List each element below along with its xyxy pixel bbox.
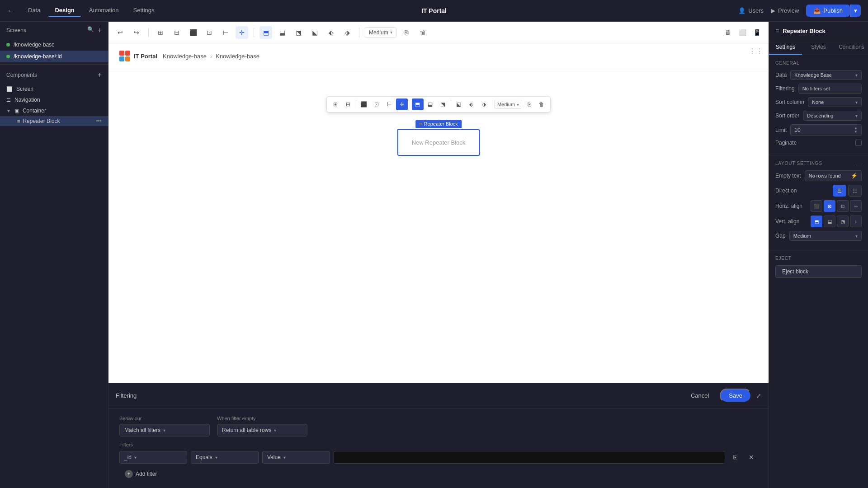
collapse-button[interactable]: —: [856, 162, 862, 169]
ft-align-btn-2[interactable]: ⬓: [425, 99, 436, 110]
mobile-view-btn[interactable]: 📱: [750, 26, 763, 39]
valign-stretch-btn[interactable]: ↕: [850, 216, 862, 227]
filter-value-input[interactable]: [334, 451, 725, 464]
behaviour-select[interactable]: Match all filters ▾: [119, 424, 210, 436]
align-btn-2[interactable]: ⬓: [276, 26, 288, 39]
component-screen[interactable]: ⬜ Screen: [0, 84, 108, 94]
align-btn-5[interactable]: ⬖: [325, 26, 337, 39]
align-btn-1[interactable]: ⬒: [259, 26, 272, 39]
add-screen-button[interactable]: +: [98, 26, 102, 34]
align-btn-6[interactable]: ⬗: [341, 26, 354, 39]
align-btn-4[interactable]: ⬕: [308, 26, 321, 39]
empty-text-input[interactable]: No rows found ⚡: [805, 170, 862, 181]
cancel-button[interactable]: Cancel: [684, 389, 715, 402]
eject-button[interactable]: Eject block: [775, 265, 862, 278]
gap-select[interactable]: Medium ▾: [789, 231, 862, 241]
add-filter-button[interactable]: + Add filter: [119, 467, 758, 481]
valign-bot-btn[interactable]: ⬔: [837, 216, 849, 227]
layout-btn-2[interactable]: ⊟: [170, 26, 183, 39]
align-stretch-btn[interactable]: ⇿: [850, 200, 862, 212]
nav-actions: 👤 Users ▶ Preview 📤 Publish ▾: [738, 5, 861, 17]
ft-copy-btn[interactable]: ⎘: [523, 99, 535, 110]
layout-btn-5[interactable]: ⊢: [219, 26, 232, 39]
tab-design[interactable]: Design: [48, 4, 80, 17]
copy-filter-icon[interactable]: ⎘: [729, 451, 741, 464]
ft-btn-6[interactable]: ✛: [396, 99, 408, 110]
back-button[interactable]: ←: [7, 7, 14, 15]
layout-settings-section: LAYOUT SETTINGS — Empty text No rows fou…: [769, 155, 868, 250]
sort-column-select[interactable]: None ▾: [808, 97, 862, 107]
component-navigation[interactable]: ☰ Navigation: [0, 94, 108, 105]
navigation-icon: ☰: [6, 97, 11, 103]
align-right-btn[interactable]: ⊡: [837, 200, 849, 212]
ft-align-btn-6[interactable]: ⬗: [478, 99, 490, 110]
component-container[interactable]: ▼ ▣ Container: [0, 105, 108, 116]
decrement-button[interactable]: ▼: [854, 130, 858, 134]
filtering-select[interactable]: No filters set: [798, 84, 862, 94]
when-filter-empty-select[interactable]: Return all table rows ▾: [217, 424, 307, 436]
publish-button[interactable]: 📤 Publish: [806, 5, 850, 17]
search-icon[interactable]: 🔍: [87, 26, 94, 34]
sort-order-prop-row: Sort order Descending ▾: [775, 111, 862, 121]
desktop-view-btn[interactable]: 🖥: [722, 26, 734, 39]
sort-order-select[interactable]: Descending ▾: [803, 111, 862, 121]
valign-mid-btn[interactable]: ⬓: [824, 216, 835, 227]
tab-automation[interactable]: Automation: [83, 4, 125, 17]
ft-size-select[interactable]: Medium ▾: [494, 100, 522, 109]
filter-field-select[interactable]: _id ▾: [119, 451, 187, 464]
direction-col-btn[interactable]: ☷: [848, 185, 862, 197]
ft-align-btn-1[interactable]: ⬒: [412, 99, 424, 110]
expand-button[interactable]: ⤢: [756, 392, 761, 399]
align-btn-3[interactable]: ⬔: [292, 26, 305, 39]
remove-filter-icon[interactable]: ✕: [745, 451, 758, 464]
ft-delete-btn[interactable]: 🗑: [536, 99, 547, 110]
more-options-icon[interactable]: •••: [96, 118, 102, 124]
copy-btn[interactable]: ⎘: [400, 26, 413, 39]
component-repeater-block[interactable]: ≡ Repeater Block •••: [0, 116, 108, 126]
ft-align-btn-3[interactable]: ⬔: [437, 99, 449, 110]
sidebar-item-knowledge-base-id[interactable]: /knowledge-base/:id: [0, 51, 108, 62]
repeater-block-content[interactable]: New Repeater Block: [397, 129, 480, 156]
layout-btn-3[interactable]: ⬛: [187, 26, 199, 39]
filter-type-select[interactable]: Value ▾: [262, 451, 330, 464]
undo-button[interactable]: ↩: [114, 26, 127, 39]
chevron-down-icon: ▾: [283, 455, 286, 460]
ft-btn-2[interactable]: ⊟: [342, 99, 354, 110]
tablet-view-btn[interactable]: ⬜: [736, 26, 749, 39]
paginate-checkbox[interactable]: [855, 140, 862, 146]
tab-styles[interactable]: Styles: [802, 40, 835, 55]
layout-btn-6[interactable]: ✛: [236, 26, 248, 39]
tab-settings[interactable]: Settings: [769, 40, 802, 55]
layout-btn-1[interactable]: ⊞: [154, 26, 167, 39]
users-button[interactable]: 👤 Users: [738, 7, 764, 14]
delete-btn[interactable]: 🗑: [416, 26, 429, 39]
align-left-btn[interactable]: ⬛: [811, 200, 822, 212]
canvas-app-name: IT Portal: [134, 53, 157, 60]
publish-dropdown[interactable]: ▾: [850, 5, 861, 17]
add-component-button[interactable]: +: [98, 71, 102, 79]
repeater-block-label[interactable]: ≡ Repeater Block: [415, 120, 462, 128]
limit-input[interactable]: 10 ▲ ▼: [790, 124, 862, 136]
tab-settings[interactable]: Settings: [127, 4, 161, 17]
redo-button[interactable]: ↪: [130, 26, 143, 39]
data-select[interactable]: Knowledge Base ▾: [790, 70, 862, 80]
sidebar-item-knowledge-base[interactable]: /knowledge-base: [0, 39, 108, 51]
filter-behaviour-row: Behaviour Match all filters ▾ When filte…: [119, 416, 758, 436]
direction-row-btn[interactable]: ☰: [833, 185, 846, 197]
tab-conditions[interactable]: Conditions: [835, 40, 868, 55]
ft-btn-1[interactable]: ⊞: [330, 99, 341, 110]
ft-btn-4[interactable]: ⊡: [371, 99, 382, 110]
ft-btn-3[interactable]: ⬛: [358, 99, 370, 110]
ft-align-btn-4[interactable]: ⬕: [453, 99, 465, 110]
align-center-btn[interactable]: ⊠: [824, 200, 835, 212]
layout-btn-4[interactable]: ⊡: [203, 26, 216, 39]
filter-condition-select[interactable]: Equals ▾: [191, 451, 259, 464]
preview-button[interactable]: ▶ Preview: [771, 7, 799, 14]
save-button[interactable]: Save: [720, 389, 751, 403]
valign-top-btn[interactable]: ⬒: [811, 216, 822, 227]
ft-align-btn-5[interactable]: ⬖: [466, 99, 477, 110]
tab-data[interactable]: Data: [22, 4, 47, 17]
size-select[interactable]: Medium ▾: [365, 27, 396, 38]
lightning-icon[interactable]: ⚡: [851, 173, 858, 179]
ft-btn-5[interactable]: ⊢: [383, 99, 395, 110]
